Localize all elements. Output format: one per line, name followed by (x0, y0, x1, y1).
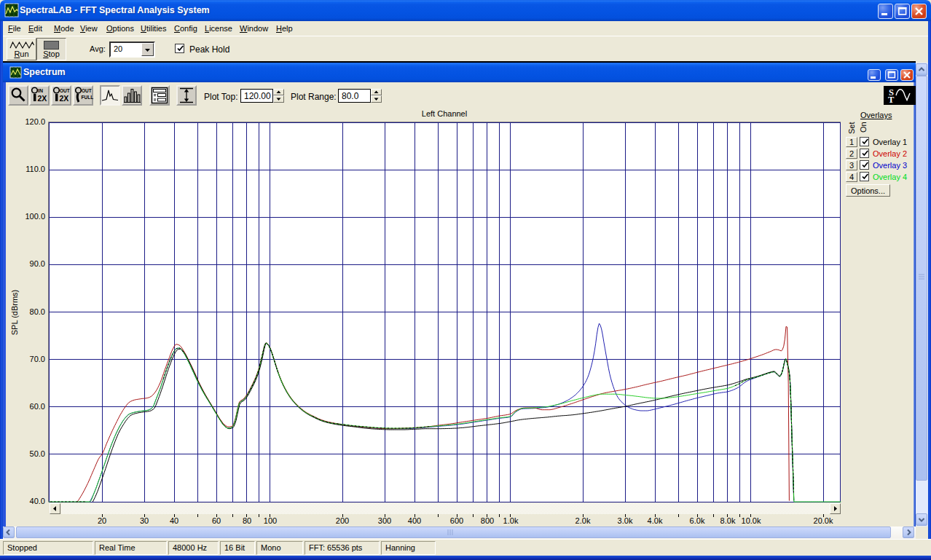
svg-text:2X: 2X (38, 94, 47, 103)
svg-text:OUT: OUT (60, 88, 70, 93)
svg-text:2X: 2X (60, 94, 69, 103)
svg-text:T: T (888, 95, 895, 105)
svg-text:FULL: FULL (82, 95, 94, 100)
svg-text:IN: IN (38, 88, 43, 93)
svg-text:OUT: OUT (82, 88, 92, 93)
